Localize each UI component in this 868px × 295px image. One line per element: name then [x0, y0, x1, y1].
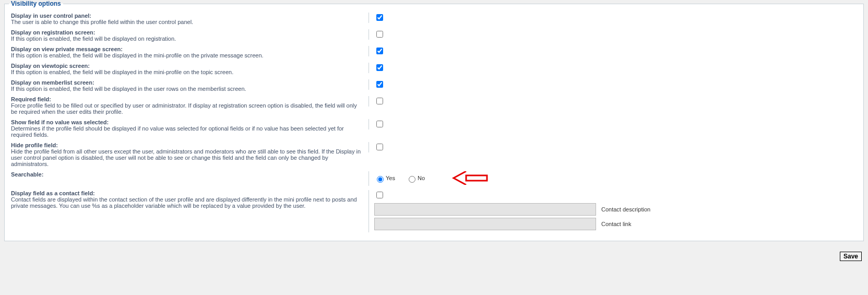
row-display-ucp: Display in user control panel: The user … — [11, 10, 857, 27]
radio-text-no: No — [418, 175, 425, 181]
desc-contact-field: Contact fields are displayed within the … — [11, 196, 357, 209]
row-display-pm: Display on view private message screen: … — [11, 44, 857, 61]
label-show-no-value: Show field if no value was selected: — [11, 119, 109, 125]
desc-hide-profile-field: Hide the profile field from all other us… — [11, 148, 361, 167]
radio-label-searchable-no[interactable]: No — [406, 175, 426, 181]
row-required-field: Required field: Force profile field to b… — [11, 94, 857, 117]
section-legend: Visibility options — [9, 0, 63, 7]
row-searchable: Searchable: Yes No — [11, 169, 857, 188]
row-display-viewtopic: Display on viewtopic screen: If this opt… — [11, 61, 857, 77]
label-searchable: Searchable: — [11, 171, 43, 178]
row-display-registration: Display on registration screen: If this … — [11, 27, 857, 44]
desc-display-ucp: The user is able to change this profile … — [11, 19, 193, 25]
radio-label-searchable-yes[interactable]: Yes — [374, 175, 397, 181]
row-contact-field: Display field as a contact field: Contac… — [11, 188, 857, 234]
label-display-ucp: Display in user control panel: — [11, 13, 91, 19]
checkbox-display-memberlist[interactable] — [376, 81, 383, 88]
input-contact-description[interactable] — [374, 203, 596, 216]
save-button[interactable] — [840, 252, 862, 261]
label-required-field: Required field: — [11, 96, 51, 102]
label-display-memberlist: Display on memberlist screen: — [11, 79, 94, 86]
label-display-pm: Display on view private message screen: — [11, 46, 123, 52]
save-bar — [4, 241, 864, 261]
desc-display-memberlist: If this option is enabled, the field wil… — [11, 86, 246, 92]
row-show-no-value: Show field if no value was selected: Det… — [11, 117, 857, 140]
desc-display-registration: If this option is enabled, the field wil… — [11, 36, 176, 42]
input-contact-link[interactable] — [374, 218, 596, 230]
row-display-memberlist: Display on memberlist screen: If this op… — [11, 77, 857, 94]
label-display-viewtopic: Display on viewtopic screen: — [11, 63, 90, 69]
label-contact-field: Display field as a contact field: — [11, 190, 95, 196]
label-display-registration: Display on registration screen: — [11, 29, 95, 36]
annotation-arrow-icon — [451, 171, 488, 186]
desc-display-pm: If this option is enabled, the field wil… — [11, 52, 264, 58]
checkbox-hide-profile-field[interactable] — [376, 144, 383, 150]
radio-text-yes: Yes — [386, 175, 395, 181]
checkbox-display-viewtopic[interactable] — [376, 64, 383, 71]
radio-searchable-yes[interactable] — [377, 176, 384, 183]
desc-show-no-value: Determines if the profile field should b… — [11, 125, 344, 138]
checkbox-display-registration[interactable] — [376, 31, 383, 38]
checkbox-required-field[interactable] — [376, 98, 383, 104]
svg-rect-0 — [466, 175, 487, 181]
caption-contact-link: Contact link — [601, 221, 631, 227]
caption-contact-description: Contact description — [601, 206, 650, 213]
desc-display-viewtopic: If this option is enabled, the field wil… — [11, 69, 233, 75]
checkbox-display-pm[interactable] — [376, 48, 383, 54]
radio-searchable-no[interactable] — [409, 176, 415, 183]
label-hide-profile-field: Hide profile field: — [11, 142, 58, 148]
checkbox-show-no-value[interactable] — [376, 121, 383, 127]
checkbox-contact-field[interactable] — [376, 192, 383, 198]
visibility-options-fieldset: Visibility options Display in user contr… — [4, 0, 864, 241]
desc-required-field: Force profile field to be filled out or … — [11, 102, 357, 115]
row-hide-profile-field: Hide profile field: Hide the profile fie… — [11, 140, 857, 169]
checkbox-display-ucp[interactable] — [376, 14, 383, 21]
